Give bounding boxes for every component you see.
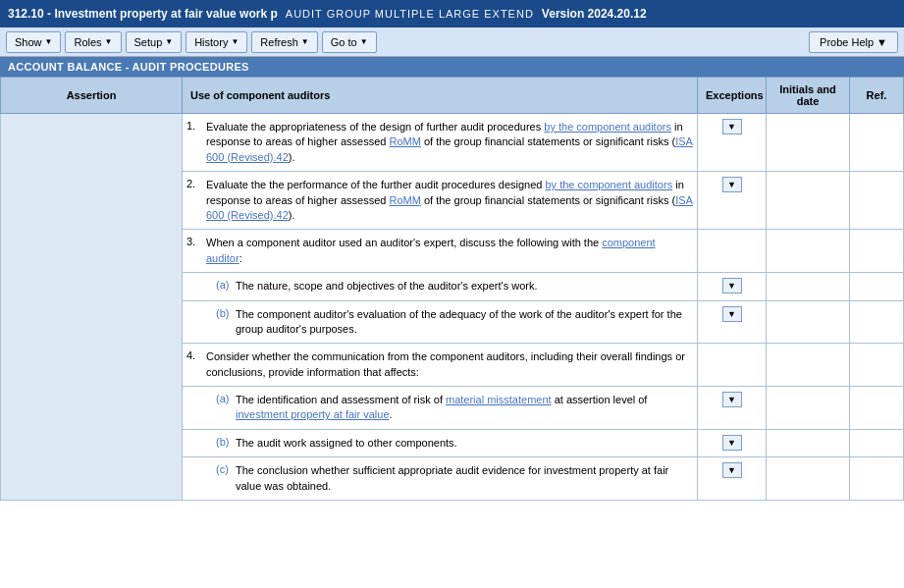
- ref-cell: [850, 114, 904, 172]
- initials-cell: [767, 344, 850, 387]
- sub-exceptions-dropdown-button[interactable]: ▼: [722, 278, 742, 294]
- assertion-cell: [1, 114, 183, 501]
- sub-content-cell: (b)The audit work assigned to other comp…: [183, 429, 698, 456]
- section-header: ACCOUNT BALANCE - AUDIT PROCEDURES: [0, 57, 904, 77]
- sub-ref-cell: [850, 457, 904, 501]
- col-ref: Ref.: [850, 78, 904, 114]
- sub-initials-cell: [767, 429, 850, 456]
- content-cell: 1.Evaluate the appropriateness of the de…: [183, 114, 698, 172]
- sub-ref-cell: [850, 300, 904, 344]
- col-use: Use of component auditors: [183, 78, 698, 114]
- tags: AUDIT GROUP MULTIPLE LARGE EXTEND: [286, 8, 534, 20]
- sub-content-cell: (b)The component auditor's evaluation of…: [183, 300, 698, 344]
- toolbar: Show ▼ Roles ▼ Setup ▼ History ▼ Refresh…: [0, 27, 904, 57]
- sub-initials-cell: [767, 457, 850, 501]
- sub-ref-cell: [850, 273, 904, 300]
- goto-arrow-icon: ▼: [360, 37, 368, 46]
- exceptions-dropdown-button[interactable]: ▼: [722, 119, 742, 134]
- probe-help-arrow-icon: ▼: [877, 36, 887, 48]
- refresh-button[interactable]: Refresh ▼: [251, 31, 317, 53]
- history-arrow-icon: ▼: [231, 37, 239, 46]
- ref-cell: [850, 344, 904, 387]
- sub-exceptions-dropdown-button[interactable]: ▼: [722, 306, 742, 322]
- sub-exceptions-cell: ▼: [698, 457, 767, 501]
- exceptions-cell: ▼: [698, 114, 767, 172]
- col-exceptions: Exceptions: [698, 78, 767, 114]
- ref-cell: [850, 172, 904, 230]
- content-cell: 2.Evaluate the the performance of the fu…: [183, 172, 698, 230]
- goto-button[interactable]: Go to ▼: [322, 31, 377, 53]
- setup-button[interactable]: Setup ▼: [126, 31, 183, 53]
- probe-help-button[interactable]: Probe Help ▼: [809, 31, 898, 53]
- initials-cell: [767, 230, 850, 273]
- initials-cell: [767, 114, 850, 172]
- exceptions-cell: ▼: [698, 172, 767, 230]
- sub-initials-cell: [767, 387, 850, 430]
- show-button[interactable]: Show ▼: [6, 31, 61, 53]
- roles-arrow-icon: ▼: [105, 37, 113, 46]
- refresh-arrow-icon: ▼: [301, 37, 309, 46]
- sub-content-cell: (a)The nature, scope and objectives of t…: [183, 273, 698, 300]
- sub-ref-cell: [850, 387, 904, 430]
- sub-exceptions-dropdown-button[interactable]: ▼: [722, 462, 742, 478]
- sub-exceptions-cell: ▼: [698, 300, 767, 344]
- exceptions-cell: [698, 344, 767, 387]
- col-initials: Initials and date: [767, 78, 850, 114]
- content-cell: 3.When a component auditor used an audit…: [183, 230, 698, 273]
- sub-content-cell: (a)The identification and assessment of …: [183, 387, 698, 430]
- sub-initials-cell: [767, 273, 850, 300]
- table-row: 1.Evaluate the appropriateness of the de…: [1, 114, 904, 172]
- sub-content-cell: (c)The conclusion whether sufficient app…: [183, 457, 698, 501]
- title-bar: 312.10 - Investment property at fair val…: [0, 0, 904, 27]
- content-cell: 4.Consider whether the communication fro…: [183, 344, 698, 387]
- sub-exceptions-cell: ▼: [698, 387, 767, 430]
- roles-button[interactable]: Roles ▼: [65, 31, 121, 53]
- sub-initials-cell: [767, 300, 850, 344]
- history-button[interactable]: History ▼: [186, 31, 247, 53]
- col-assertion: Assertion: [1, 78, 183, 114]
- sub-exceptions-dropdown-button[interactable]: ▼: [722, 392, 742, 407]
- show-arrow-icon: ▼: [45, 37, 53, 46]
- ref-cell: [850, 230, 904, 273]
- setup-arrow-icon: ▼: [165, 37, 173, 46]
- exceptions-cell: [698, 230, 767, 273]
- sub-exceptions-cell: ▼: [698, 429, 767, 456]
- sub-ref-cell: [850, 429, 904, 456]
- sub-exceptions-dropdown-button[interactable]: ▼: [722, 435, 742, 451]
- sub-exceptions-cell: ▼: [698, 273, 767, 300]
- initials-cell: [767, 172, 850, 230]
- window-title: 312.10 - Investment property at fair val…: [8, 7, 278, 21]
- version: Version 2024.20.12: [542, 7, 647, 21]
- exceptions-dropdown-button[interactable]: ▼: [722, 177, 742, 192]
- main-table: Assertion Use of component auditors Exce…: [0, 77, 904, 501]
